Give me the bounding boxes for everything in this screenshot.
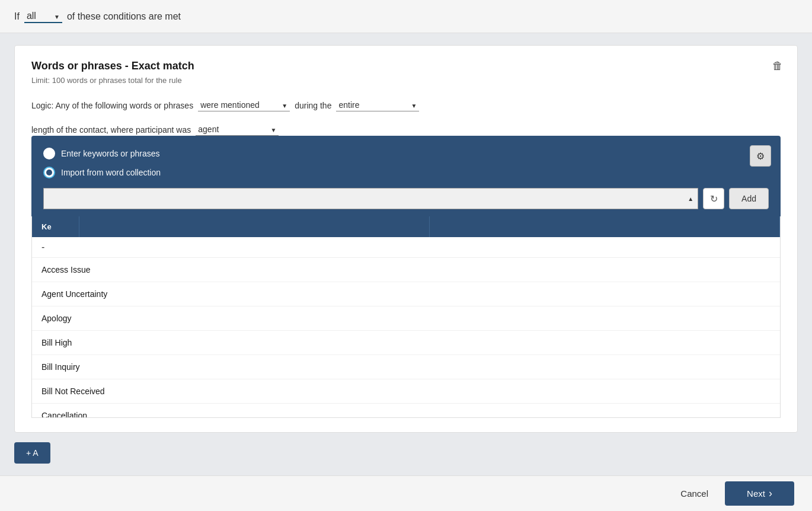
length-label: length of the contact, where participant… [31, 125, 191, 135]
keyword-panel: ⚙ Enter keywords or phrases Import from … [31, 136, 781, 418]
top-bar: If all any none of these conditions are … [0, 0, 812, 33]
next-button[interactable]: Next › [725, 481, 794, 506]
radio-label-1: Enter keywords or phrases [61, 149, 160, 158]
collection-select[interactable] [43, 188, 698, 209]
dropdown-item-bill-not-received[interactable]: Bill Not Received [32, 379, 780, 404]
logic-label: Logic: Any of the following words or phr… [31, 101, 193, 110]
dropdown-list: Ke - Access Issue Agent Uncertainty Apol… [31, 216, 781, 418]
import-controls: ↻ Add [43, 188, 769, 216]
dropdown-item-apology[interactable]: Apology [32, 306, 780, 331]
add-condition-label: + A [26, 448, 39, 458]
table-header-ke: Ke [32, 216, 79, 237]
entire-dropdown-wrapper: entire first 30 seconds last 30 seconds [336, 99, 419, 111]
refresh-icon: ↻ [710, 193, 718, 205]
radio-circle-2 [43, 167, 55, 178]
card-subtitle: Limit: 100 words or phrases total for th… [31, 76, 781, 85]
agent-select[interactable]: agent customer either [196, 123, 279, 136]
radio-import-collection[interactable]: Import from word collection [43, 167, 769, 178]
table-header-col2 [79, 216, 430, 237]
conditions-text: of these conditions are met [67, 11, 181, 22]
collection-dropdown-container [43, 188, 698, 209]
entire-select[interactable]: entire first 30 seconds last 30 seconds [336, 99, 419, 111]
dropdown-item-cancellation[interactable]: Cancellation [32, 404, 780, 418]
radio-group: Enter keywords or phrases Import from wo… [43, 148, 769, 178]
minus-cell: - [41, 242, 89, 253]
table-header-col3 [430, 216, 780, 237]
next-label: Next [747, 488, 765, 499]
dropdown-item-bill-inquiry[interactable]: Bill Inquiry [32, 355, 780, 379]
delete-button[interactable]: 🗑 [770, 58, 785, 75]
dropdown-item-agent-uncertainty[interactable]: Agent Uncertainty [32, 282, 780, 306]
add-condition-button[interactable]: + A [14, 442, 50, 464]
condition-card: Words or phrases - Exact match Limit: 10… [14, 45, 798, 433]
condition-dropdown-wrapper: all any none [24, 9, 62, 23]
table-minus-row: - [32, 237, 780, 258]
were-mentioned-select[interactable]: were mentioned were not mentioned [198, 99, 290, 111]
condition-select[interactable]: all any none [24, 9, 62, 23]
participant-row: length of the contact, where participant… [31, 123, 781, 136]
card-title: Words or phrases - Exact match [31, 60, 781, 72]
during-the-label: during the [295, 101, 331, 110]
main-content: Words or phrases - Exact match Limit: 10… [0, 33, 812, 511]
footer-bar: Cancel Next › [0, 475, 812, 511]
add-button[interactable]: Add [729, 188, 769, 209]
if-label: If [14, 11, 20, 22]
dropdown-item-bill-high[interactable]: Bill High [32, 331, 780, 355]
cancel-button[interactable]: Cancel [671, 484, 718, 503]
agent-dropdown-wrapper: agent customer either [196, 123, 279, 136]
dropdown-item-access-issue[interactable]: Access Issue [32, 258, 780, 282]
next-icon: › [769, 487, 772, 500]
were-mentioned-dropdown-wrapper: were mentioned were not mentioned [198, 99, 290, 111]
radio-enter-keywords[interactable]: Enter keywords or phrases [43, 148, 769, 159]
radio-circle-1 [43, 148, 55, 159]
gear-button[interactable]: ⚙ [750, 145, 771, 167]
table-header-row: Ke [32, 216, 780, 237]
logic-row: Logic: Any of the following words or phr… [31, 99, 781, 111]
radio-label-2: Import from word collection [61, 168, 161, 177]
gear-icon: ⚙ [756, 151, 765, 162]
refresh-button[interactable]: ↻ [703, 188, 724, 209]
